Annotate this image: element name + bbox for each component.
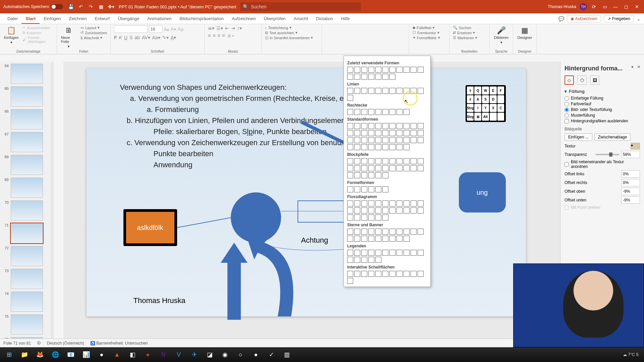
shape-item[interactable] — [368, 123, 374, 129]
shape-item[interactable] — [375, 165, 381, 171]
checkbox-tile[interactable] — [565, 162, 569, 167]
shape-item[interactable] — [396, 67, 402, 73]
curved-arrow-shape[interactable] — [244, 229, 305, 323]
shape-item[interactable] — [382, 88, 388, 94]
shape-item[interactable] — [375, 123, 381, 129]
shape-item[interactable] — [354, 172, 360, 178]
checkbox-hide-bg[interactable] — [565, 119, 569, 123]
shape-item[interactable] — [389, 67, 395, 73]
thumbnail-72[interactable]: 72 — [2, 246, 50, 266]
designer-button[interactable]: ▦Designer — [517, 25, 533, 40]
underline-icon[interactable]: U — [124, 35, 127, 40]
obs-icon[interactable]: ◉ — [218, 349, 232, 361]
shape-item[interactable] — [361, 236, 367, 242]
shape-item[interactable] — [418, 67, 424, 73]
shape-item[interactable] — [382, 67, 388, 73]
shape-item[interactable] — [418, 200, 424, 206]
shape-item[interactable] — [347, 200, 353, 206]
fill-mode-tab[interactable]: ◇ — [565, 75, 574, 85]
shape-item[interactable] — [404, 158, 410, 164]
tab-hilfe[interactable]: Hilfe — [337, 14, 354, 24]
shape-item[interactable] — [382, 215, 388, 221]
shape-item[interactable] — [389, 158, 395, 164]
thumbnail-76[interactable]: 76 — [2, 337, 50, 339]
shape-item[interactable] — [418, 207, 424, 214]
bullets-icon[interactable]: ≣▾ — [208, 25, 214, 31]
shape-item[interactable] — [404, 229, 410, 235]
thumbnail-71[interactable]: 71 — [2, 223, 50, 243]
indent-dec-icon[interactable]: ⇤ — [225, 25, 229, 31]
telegram-icon[interactable]: ✈ — [187, 349, 201, 361]
find-button[interactable]: 🔍 Suchen — [453, 25, 486, 30]
format-painter-button[interactable]: 🖌 Format übertragen — [22, 36, 53, 44]
shape-item[interactable] — [375, 207, 381, 214]
shape-item[interactable] — [375, 271, 381, 277]
thumbnail-70[interactable]: 70 — [2, 200, 50, 221]
shape-item[interactable] — [361, 215, 367, 221]
shape-item[interactable] — [368, 271, 374, 277]
shape-item[interactable] — [354, 271, 360, 277]
thumbnail-64[interactable]: 64 — [2, 64, 50, 84]
shape-item[interactable] — [382, 200, 388, 206]
shape-item[interactable] — [396, 130, 402, 136]
shape-item[interactable] — [347, 278, 353, 284]
shape-item[interactable] — [396, 137, 402, 143]
shape-item[interactable] — [354, 165, 360, 171]
fill-effect-button[interactable]: ◆ Fülleffekt ▾ — [413, 25, 446, 30]
shape-item[interactable] — [375, 109, 381, 115]
offset-bottom-input[interactable] — [621, 196, 640, 204]
shape-item[interactable] — [354, 88, 360, 94]
dictate-button[interactable]: 🎤Diktieren▾ — [493, 25, 509, 45]
shape-item[interactable] — [354, 123, 360, 129]
shape-item[interactable] — [368, 250, 374, 256]
align-text-button[interactable]: ⊟ Text ausrichten ▾ — [265, 31, 318, 35]
app-icon-5[interactable]: ○ — [233, 349, 248, 361]
thumbnail-73[interactable]: 73 — [2, 269, 50, 289]
shape-item[interactable] — [354, 200, 360, 206]
tab-start[interactable]: Start — [21, 14, 40, 24]
shape-item[interactable] — [368, 158, 374, 164]
app-icon-3[interactable]: ● — [141, 349, 155, 361]
shape-item[interactable] — [361, 88, 367, 94]
block-arrow-up-shape[interactable] — [221, 243, 248, 320]
share-button[interactable]: ↗ Freigeben — [604, 15, 634, 22]
shape-item[interactable] — [411, 123, 417, 129]
thumbnail-66[interactable]: 66 — [2, 109, 50, 129]
shape-item[interactable] — [375, 137, 381, 143]
shape-item[interactable] — [347, 172, 353, 178]
tab-entwurf[interactable]: Entwurf — [91, 14, 114, 24]
bold-icon[interactable]: F — [114, 35, 117, 40]
shape-item[interactable] — [375, 250, 381, 256]
app-icon-6[interactable]: ● — [249, 349, 263, 361]
shape-effects-button[interactable]: ✦ Formeffekte ▾ — [413, 36, 446, 40]
shape-item[interactable] — [361, 158, 367, 164]
picture-mode-tab[interactable]: 🖼 — [590, 75, 599, 85]
firefox-icon[interactable]: 🦊 — [33, 349, 47, 361]
save-icon[interactable]: 💾 — [67, 3, 74, 10]
shape-item[interactable] — [347, 165, 353, 171]
shape-item[interactable] — [347, 257, 353, 263]
shape-item[interactable] — [382, 236, 388, 242]
record-button[interactable]: ◉ Aufzeichnen — [567, 15, 601, 22]
smartart-button[interactable]: ◫ In SmartArt konvertieren ▾ — [265, 36, 318, 40]
shape-item[interactable] — [347, 137, 353, 143]
shape-item[interactable] — [347, 215, 353, 221]
pane-close-icon[interactable]: ✕ — [637, 64, 641, 69]
shape-item[interactable] — [361, 186, 367, 192]
shape-item[interactable] — [404, 88, 410, 94]
tab-ansicht[interactable]: Ansicht — [290, 14, 312, 24]
shape-item[interactable] — [354, 130, 360, 136]
shape-item[interactable] — [396, 207, 402, 214]
shape-item[interactable] — [368, 257, 374, 263]
shape-item[interactable] — [382, 74, 388, 80]
shape-item[interactable] — [368, 130, 374, 136]
shape-item[interactable] — [368, 229, 374, 235]
shape-item[interactable] — [389, 229, 395, 235]
accessibility-status[interactable]: ♿ Barrierefreiheit: Untersuchen — [90, 341, 148, 346]
section-button[interactable]: § Abschnitt ▾ — [80, 36, 107, 40]
text-direction-button[interactable]: ↕ Textrichtung ▾ — [265, 25, 318, 30]
shape-item[interactable] — [375, 186, 381, 192]
shape-item[interactable] — [382, 207, 388, 214]
shape-item[interactable] — [361, 271, 367, 277]
numbering-icon[interactable]: ☰▾ — [216, 25, 223, 31]
